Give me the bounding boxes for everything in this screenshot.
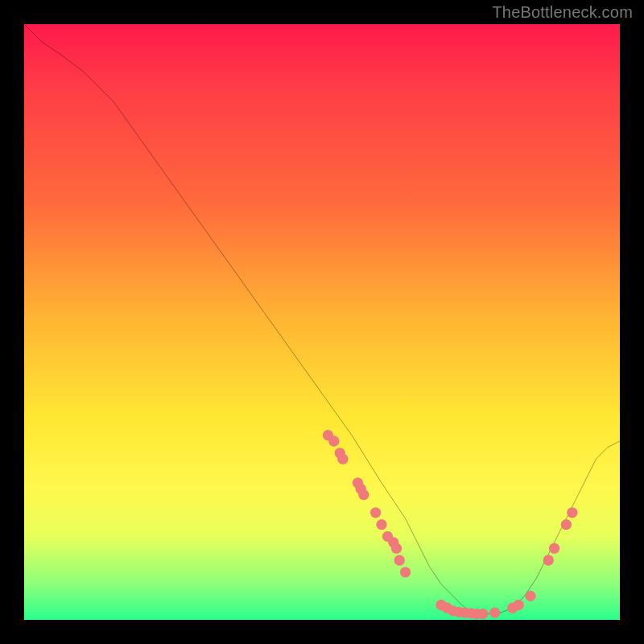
curve-marker: [394, 555, 405, 565]
curve-marker: [328, 436, 339, 446]
curve-svg: [24, 24, 620, 620]
curve-marker: [514, 600, 524, 610]
curve-marker: [400, 567, 411, 577]
curve-marker: [337, 454, 348, 464]
curve-line: [24, 24, 620, 614]
curve-markers: [323, 430, 578, 619]
watermark-text: TheBottleneck.com: [492, 3, 633, 22]
curve-marker: [391, 543, 402, 554]
curve-marker: [358, 489, 369, 500]
curve-marker: [489, 607, 500, 617]
curve-marker: [561, 519, 572, 530]
curve-marker: [525, 591, 535, 601]
plot-area: [24, 24, 620, 620]
curve-marker: [543, 555, 554, 565]
curve-marker: [370, 507, 381, 518]
curve-marker: [376, 519, 386, 530]
chart-frame: TheBottleneck.com: [0, 0, 644, 644]
curve-marker: [477, 609, 488, 619]
curve-marker: [567, 507, 577, 518]
curve-marker: [549, 543, 559, 554]
